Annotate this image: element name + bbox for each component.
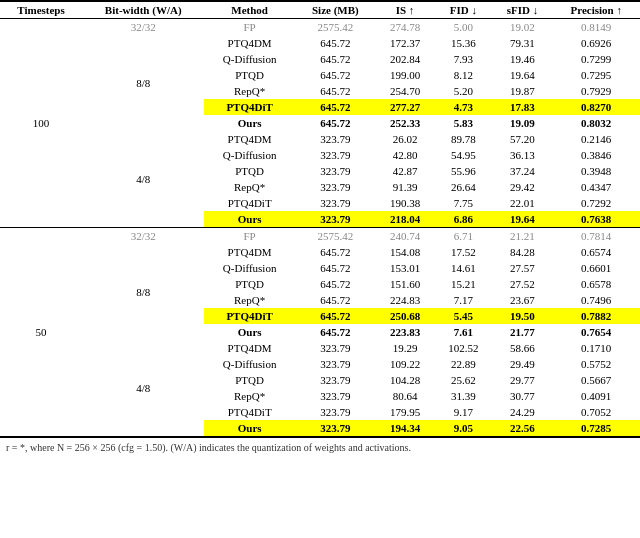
method-cell: PTQ4DM [204, 35, 294, 51]
method-cell: Ours [204, 324, 294, 340]
is-cell: 154.08 [376, 244, 434, 260]
fid-cell: 26.64 [434, 179, 492, 195]
precision-cell: 0.7814 [552, 228, 640, 245]
fid-cell: 89.78 [434, 131, 492, 147]
precision-cell: 0.4091 [552, 388, 640, 404]
precision-cell: 0.3948 [552, 163, 640, 179]
sfid-cell: 19.64 [492, 67, 552, 83]
table-caption: r = *, where N = 256 × 256 (cfg = 1.50).… [0, 438, 640, 457]
header-bitwidth: Bit-width (W/A) [82, 1, 204, 19]
is-cell: 194.34 [376, 420, 434, 437]
is-cell: 151.60 [376, 276, 434, 292]
method-cell: PTQ4DM [204, 131, 294, 147]
precision-cell: 0.7292 [552, 195, 640, 211]
precision-cell: 0.7929 [552, 83, 640, 99]
method-cell: RepQ* [204, 179, 294, 195]
sfid-cell: 84.28 [492, 244, 552, 260]
sfid-cell: 19.09 [492, 115, 552, 131]
fid-cell: 15.21 [434, 276, 492, 292]
sfid-cell: 23.67 [492, 292, 552, 308]
size-cell: 645.72 [295, 324, 376, 340]
is-cell: 218.04 [376, 211, 434, 228]
fid-cell: 6.71 [434, 228, 492, 245]
method-cell: PTQ4DiT [204, 404, 294, 420]
fid-cell: 102.52 [434, 340, 492, 356]
method-cell: PTQD [204, 276, 294, 292]
size-cell: 645.72 [295, 67, 376, 83]
precision-cell: 0.6926 [552, 35, 640, 51]
header-size: Size (MB) [295, 1, 376, 19]
size-cell: 323.79 [295, 131, 376, 147]
fid-cell: 7.93 [434, 51, 492, 67]
is-cell: 42.80 [376, 147, 434, 163]
size-cell: 323.79 [295, 211, 376, 228]
is-cell: 153.01 [376, 260, 434, 276]
size-cell: 323.79 [295, 420, 376, 437]
precision-cell: 0.7295 [552, 67, 640, 83]
precision-cell: 0.8270 [552, 99, 640, 115]
method-cell: FP [204, 19, 294, 36]
method-cell: PTQ4DiT [204, 308, 294, 324]
fid-cell: 5.00 [434, 19, 492, 36]
fid-cell: 25.62 [434, 372, 492, 388]
sfid-cell: 19.64 [492, 211, 552, 228]
method-cell: PTQD [204, 67, 294, 83]
precision-cell: 0.7496 [552, 292, 640, 308]
precision-cell: 0.4347 [552, 179, 640, 195]
table-header: Timesteps Bit-width (W/A) Method Size (M… [0, 1, 640, 19]
method-cell: RepQ* [204, 83, 294, 99]
is-cell: 252.33 [376, 115, 434, 131]
size-cell: 323.79 [295, 195, 376, 211]
size-cell: 645.72 [295, 99, 376, 115]
is-cell: 109.22 [376, 356, 434, 372]
is-cell: 190.38 [376, 195, 434, 211]
size-cell: 323.79 [295, 388, 376, 404]
is-cell: 250.68 [376, 308, 434, 324]
precision-cell: 0.7638 [552, 211, 640, 228]
is-cell: 240.74 [376, 228, 434, 245]
fid-cell: 5.45 [434, 308, 492, 324]
method-cell: Q-Diffusion [204, 147, 294, 163]
sfid-cell: 58.66 [492, 340, 552, 356]
is-cell: 91.39 [376, 179, 434, 195]
sfid-cell: 36.13 [492, 147, 552, 163]
sfid-cell: 37.24 [492, 163, 552, 179]
method-cell: PTQD [204, 163, 294, 179]
fid-cell: 9.05 [434, 420, 492, 437]
is-cell: 224.83 [376, 292, 434, 308]
fid-cell: 7.17 [434, 292, 492, 308]
sfid-cell: 27.57 [492, 260, 552, 276]
table-row: 8/8PTQ4DM645.72172.3715.3679.310.6926 [0, 35, 640, 51]
precision-cell: 0.7654 [552, 324, 640, 340]
sfid-cell: 30.77 [492, 388, 552, 404]
bitwidth-cell: 4/8 [82, 131, 204, 228]
is-cell: 19.29 [376, 340, 434, 356]
size-cell: 323.79 [295, 179, 376, 195]
sfid-cell: 29.77 [492, 372, 552, 388]
size-cell: 645.72 [295, 244, 376, 260]
method-cell: RepQ* [204, 388, 294, 404]
size-cell: 645.72 [295, 83, 376, 99]
precision-cell: 0.5667 [552, 372, 640, 388]
fid-cell: 4.73 [434, 99, 492, 115]
fid-cell: 17.52 [434, 244, 492, 260]
bitwidth-cell: 8/8 [82, 244, 204, 340]
precision-cell: 0.7052 [552, 404, 640, 420]
method-cell: PTQD [204, 372, 294, 388]
fid-cell: 14.61 [434, 260, 492, 276]
sfid-cell: 57.20 [492, 131, 552, 147]
sfid-cell: 24.29 [492, 404, 552, 420]
method-cell: Ours [204, 115, 294, 131]
fid-cell: 7.75 [434, 195, 492, 211]
size-cell: 645.72 [295, 308, 376, 324]
fid-cell: 55.96 [434, 163, 492, 179]
is-cell: 104.28 [376, 372, 434, 388]
is-cell: 254.70 [376, 83, 434, 99]
is-cell: 274.78 [376, 19, 434, 36]
sfid-cell: 19.46 [492, 51, 552, 67]
is-cell: 277.27 [376, 99, 434, 115]
sfid-cell: 19.50 [492, 308, 552, 324]
table-row: 4/8PTQ4DM323.7919.29102.5258.660.1710 [0, 340, 640, 356]
fid-cell: 8.12 [434, 67, 492, 83]
method-cell: Q-Diffusion [204, 260, 294, 276]
